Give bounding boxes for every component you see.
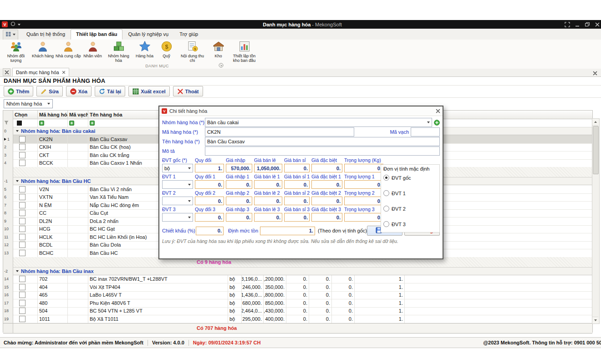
vertical-scrollbar[interactable] [592,118,600,324]
ribbon-item-suppliers[interactable]: Nhà cung cấp [55,40,82,58]
tab-close-icon[interactable] [62,70,66,75]
row-checkbox[interactable] [19,284,25,290]
name-input[interactable]: Bàn Cầu Caxsav [205,137,440,146]
quick-access-caret-icon[interactable] [17,22,21,27]
select-cell[interactable] [13,249,38,258]
wholesale-input-2[interactable]: 0. [284,197,310,205]
row-checkbox[interactable] [19,234,25,240]
ribbon-item-customers[interactable]: Khách hàng [31,40,55,58]
row-checkbox[interactable] [19,202,25,208]
filter-cell[interactable] [68,119,88,127]
unit-combo-2[interactable] [162,197,193,205]
menu-tab-help[interactable]: Trợ giúp [174,29,204,40]
filter-plus-icon[interactable] [90,121,95,126]
app-menu-button[interactable] [3,30,18,40]
row-checkbox[interactable] [19,308,25,314]
dialog-launcher-icon[interactable] [219,63,224,68]
row-checkbox[interactable] [19,144,25,150]
cost-input-2[interactable]: 0. [226,197,252,205]
filter-cell[interactable] [13,119,38,127]
unit-combo-0[interactable]: bộ [162,164,193,172]
row-checkbox[interactable] [19,316,25,322]
row-checkbox[interactable] [19,226,25,232]
column-header-2[interactable]: Mã hàng hóa [38,111,68,119]
select-cell[interactable] [13,193,38,202]
retail-input-1[interactable]: 0. [254,180,282,189]
filter-plus-icon[interactable] [69,121,74,126]
select-cell[interactable] [13,209,38,218]
select-cell[interactable] [13,143,38,152]
cost-input-1[interactable]: 0. [226,180,252,189]
quick-access-circle-icon[interactable] [10,21,15,27]
menu-tab-initial-setup[interactable]: Thiết lập ban đầu [71,29,122,40]
product-row[interactable]: 191011Bộ Xã T1011bộ295,000.400,000.0.0.0… [3,315,592,323]
add-button[interactable]: Thêm [4,86,33,96]
column-header-1[interactable]: Chọn [13,111,38,119]
conv-input-2[interactable]: 0. [195,197,224,205]
default-unit-radio-1[interactable]: ĐVT 1 [383,190,437,196]
select-cell[interactable] [13,307,38,316]
barcode-input[interactable] [411,127,440,136]
filter-plus-icon[interactable] [39,121,44,126]
code-input[interactable]: CK2N [205,127,354,136]
special-input-0[interactable]: 0. [311,164,342,172]
retail-input-2[interactable]: 0. [254,197,282,205]
description-input[interactable] [205,147,440,156]
row-checkbox[interactable] [19,276,25,282]
weight-input-2[interactable]: 0. [344,197,383,205]
ribbon-item-products[interactable]: Hàng hóa [134,40,156,58]
select-cell[interactable] [13,299,38,308]
collapse-icon[interactable] [16,270,19,272]
select-cell[interactable] [13,201,38,210]
stock-norm-input[interactable]: 1. [260,227,315,235]
select-cell[interactable] [13,225,38,234]
close-all-tabs-button[interactable] [3,68,10,76]
retail-input-0[interactable]: 1,050,000. [254,164,282,172]
default-unit-radio-3[interactable]: ĐVT 3 [383,221,437,227]
filter-cell[interactable] [38,119,68,127]
weight-input-0[interactable]: 0. [344,164,383,172]
retail-input-3[interactable]: 0. [254,213,282,222]
delete-button[interactable]: Xóa [66,86,92,96]
select-cell[interactable] [13,275,38,284]
tab-danh-muc-hang-hoa[interactable]: Danh mục hàng hóa [12,68,69,76]
ribbon-item-initial-stock[interactable]: Thiết lập tồn kho ban đầu [229,40,260,63]
select-cell[interactable] [13,185,38,194]
select-cell[interactable] [13,217,38,226]
select-all-box[interactable] [17,121,22,126]
default-unit-radio-2[interactable]: ĐVT 2 [383,206,437,212]
ribbon-item-income-content[interactable]: $Nội dung thu chi [178,40,208,63]
dialog-close-icon[interactable] [436,109,440,113]
product-row[interactable]: 14702BC inax 702VRN/BW1_T +L288VTbộ3,196… [3,275,592,283]
win-restore-icon[interactable] [585,22,590,27]
product-row[interactable]: 17480Phu Kiện 480V6 Tbộ680,000.850,000.0… [3,299,592,307]
row-checkbox[interactable] [19,160,25,166]
export-excel-button[interactable]: Xuất excel [128,86,169,96]
conv-input-3[interactable]: 0. [195,213,224,222]
row-checkbox[interactable] [19,136,25,142]
select-cell[interactable] [13,233,38,242]
product-row[interactable]: 15404Vòi Xịt TP404bộ246,000.350,000.0.0.… [3,283,592,291]
collapse-icon[interactable] [16,130,19,132]
row-checkbox[interactable] [19,250,25,256]
default-unit-radio-0[interactable]: ĐVT gốc [383,175,437,181]
select-cell[interactable] [13,283,38,292]
row-checkbox[interactable] [19,292,25,298]
group-filter-combo[interactable]: Nhóm hàng hóa [4,99,53,108]
row-checkbox[interactable] [19,152,25,158]
wholesale-input-1[interactable]: 0. [284,180,310,189]
select-cell[interactable] [13,159,38,168]
edit-button[interactable]: Sửa [36,86,62,96]
special-input-3[interactable]: 0. [311,213,342,222]
unit-combo-1[interactable] [162,180,193,189]
row-checkbox[interactable] [19,242,25,248]
ribbon-item-warehouse[interactable]: Kho [208,40,229,58]
win-close-icon[interactable] [595,22,600,27]
discount-input[interactable]: 0. [196,227,224,235]
ribbon-item-product-groups[interactable]: Nhóm hàng hóa [104,40,134,63]
scroll-down-icon[interactable] [592,317,598,324]
conv-input-1[interactable]: 0. [195,180,224,189]
add-group-icon[interactable] [434,120,440,126]
select-cell[interactable] [13,291,38,300]
special-input-1[interactable]: 0. [311,180,342,189]
